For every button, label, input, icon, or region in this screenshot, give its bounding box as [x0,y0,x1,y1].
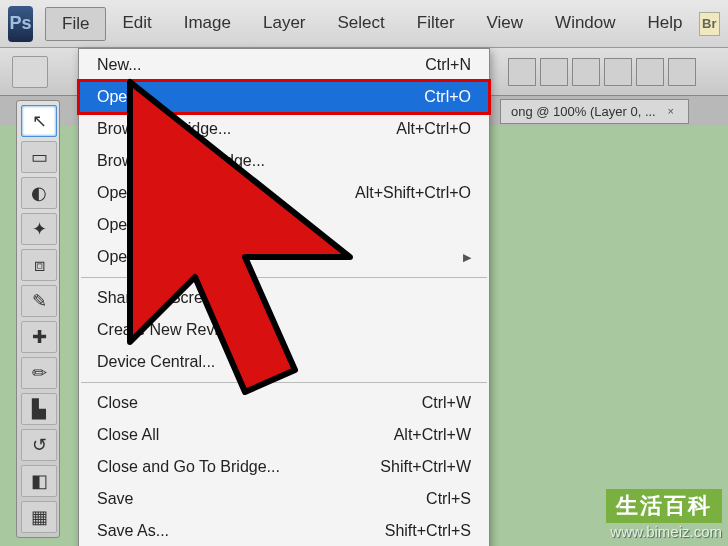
menu-item-label: Browse in Mini Bridge... [97,149,265,173]
app-logo: Ps [8,6,33,42]
menu-item-label: Create New Review... [97,318,251,342]
history-brush-tool[interactable]: ↺ [21,429,57,461]
menu-item-label: Save As... [97,519,169,543]
menu-shortcut: Ctrl+N [425,53,471,77]
menu-item-create-new-review[interactable]: Create New Review... [79,314,489,346]
menu-item-share-my-screen[interactable]: Share My Screen... [79,282,489,314]
lasso-tool[interactable]: ◐ [21,177,57,209]
move-tool[interactable]: ↖ [21,105,57,137]
stamp-tool[interactable]: ▙ [21,393,57,425]
menu-item-save[interactable]: SaveCtrl+S [79,483,489,515]
menu-edit[interactable]: Edit [106,7,167,41]
menu-item-save-as[interactable]: Save As...Shift+Ctrl+S [79,515,489,546]
menu-item-label: Open... [97,85,149,109]
align-middle-icon[interactable] [636,58,664,86]
menu-item-open[interactable]: Open...Ctrl+O [79,81,489,113]
menu-item-label: Browse in Bridge... [97,117,231,141]
menu-item-device-central[interactable]: Device Central... [79,346,489,378]
menu-item-open-as[interactable]: Open As...Alt+Shift+Ctrl+O [79,177,489,209]
menu-shortcut: Alt+Ctrl+W [394,423,471,447]
submenu-arrow-icon: ▶ [463,245,471,269]
align-left-icon[interactable] [508,58,536,86]
menu-item-label: Open Recent [97,245,191,269]
tool-preset-icon[interactable] [12,56,48,88]
menu-shortcut: Alt+Shift+Ctrl+O [355,181,471,205]
menu-item-label: Save [97,487,133,511]
menu-help[interactable]: Help [632,7,699,41]
menu-layer[interactable]: Layer [247,7,322,41]
menu-item-label: Close All [97,423,159,447]
menu-shortcut: Shift+Ctrl+S [385,519,471,543]
bridge-badge[interactable]: Br [699,12,720,36]
menu-item-open-as-smart-object[interactable]: Open As Smart Object... [79,209,489,241]
menu-file[interactable]: File [45,7,106,41]
marquee-tool[interactable]: ▭ [21,141,57,173]
menu-shortcut: Shift+Ctrl+W [380,455,471,479]
menu-view[interactable]: View [471,7,540,41]
close-icon[interactable]: × [664,104,678,118]
menu-item-close[interactable]: CloseCtrl+W [79,387,489,419]
menu-item-label: Share My Screen... [97,286,234,310]
gradient-tool[interactable]: ▦ [21,501,57,533]
menu-separator [81,382,487,383]
menu-shortcut: Ctrl+O [424,85,471,109]
menu-shortcut: Alt+Ctrl+O [396,117,471,141]
eyedropper-tool[interactable]: ✎ [21,285,57,317]
menu-item-label: Close and Go To Bridge... [97,455,280,479]
menu-item-label: Open As... [97,181,172,205]
menu-item-close-and-go-to-bridge[interactable]: Close and Go To Bridge...Shift+Ctrl+W [79,451,489,483]
menu-item-label: New... [97,53,141,77]
menu-item-browse-in-mini-bridge[interactable]: Browse in Mini Bridge... [79,145,489,177]
menu-image[interactable]: Image [168,7,247,41]
brush-tool[interactable]: ✏ [21,357,57,389]
align-right-icon[interactable] [572,58,600,86]
watermark-url: www.bimeiz.com [606,523,722,540]
document-tab[interactable]: ong @ 100% (Layer 0, ... × [500,99,689,124]
menu-filter[interactable]: Filter [401,7,471,41]
align-center-icon[interactable] [540,58,568,86]
menu-item-close-all[interactable]: Close AllAlt+Ctrl+W [79,419,489,451]
file-menu-dropdown: New...Ctrl+NOpen...Ctrl+OBrowse in Bridg… [78,48,490,546]
crop-tool[interactable]: ⧈ [21,249,57,281]
eraser-tool[interactable]: ◧ [21,465,57,497]
healing-tool[interactable]: ✚ [21,321,57,353]
menu-item-browse-in-bridge[interactable]: Browse in Bridge...Alt+Ctrl+O [79,113,489,145]
menu-bar: Ps FileEditImageLayerSelectFilterViewWin… [0,0,728,48]
menu-shortcut: Ctrl+W [422,391,471,415]
align-top-icon[interactable] [604,58,632,86]
menu-item-open-recent[interactable]: Open Recent▶ [79,241,489,273]
menu-shortcut: Ctrl+S [426,487,471,511]
menu-separator [81,277,487,278]
align-group [508,58,696,86]
watermark-title: 生活百科 [606,489,722,523]
menu-select[interactable]: Select [322,7,401,41]
menu-item-label: Open As Smart Object... [97,213,270,237]
wand-tool[interactable]: ✦ [21,213,57,245]
menu-item-label: Close [97,391,138,415]
menu-item-label: Device Central... [97,350,215,374]
toolbox: ↖▭◐✦⧈✎✚✏▙↺◧▦ [16,100,60,538]
menu-window[interactable]: Window [539,7,631,41]
align-bottom-icon[interactable] [668,58,696,86]
menu-item-new[interactable]: New...Ctrl+N [79,49,489,81]
watermark: 生活百科 www.bimeiz.com [606,489,722,540]
document-title: ong @ 100% (Layer 0, ... [511,104,656,119]
